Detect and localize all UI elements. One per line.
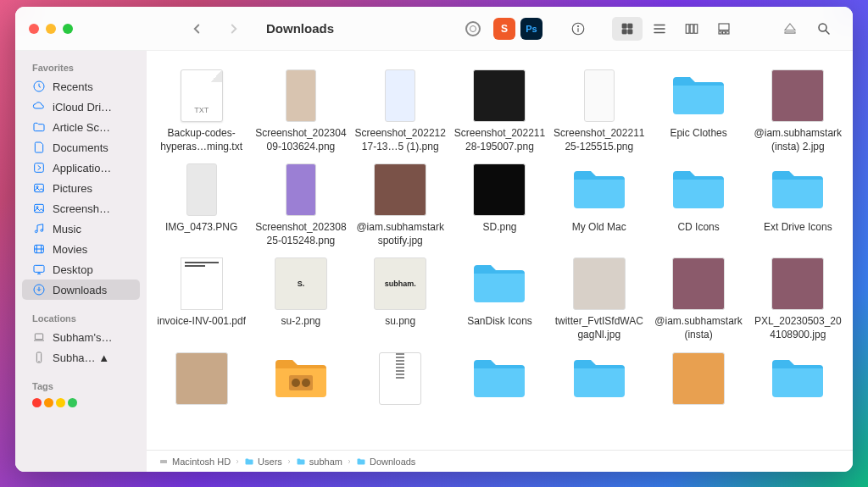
file-item[interactable]: PXL_20230503_204108900.jpg <box>750 254 846 343</box>
file-item[interactable] <box>153 349 249 412</box>
search-button[interactable] <box>809 17 839 41</box>
file-item[interactable]: S.su-2.png <box>253 254 348 343</box>
file-item[interactable] <box>551 349 647 412</box>
svg-rect-30 <box>160 460 167 463</box>
file-thumb <box>566 351 632 407</box>
file-name: Backup-codes-hyperas…ming.txt <box>155 127 248 153</box>
app-icon-photoshop[interactable]: Ps <box>520 18 542 40</box>
sidebar-item-articlesc[interactable]: Article Sc… <box>22 117 140 137</box>
path-bar: Macintosh HDUserssubhamDownloads <box>147 450 853 472</box>
sidebar-item-label: Applicatio… <box>53 162 111 174</box>
file-thumb: S. <box>268 256 334 312</box>
sidebar-item-label: Subham's… <box>53 331 112 344</box>
sidebar-item-applicatio[interactable]: Applicatio… <box>22 158 140 178</box>
svg-point-1 <box>577 25 579 27</box>
file-item[interactable]: @iam.subhamstark (insta) 2.jpg <box>750 66 846 155</box>
path-crumb[interactable]: Downloads <box>356 457 415 467</box>
file-thumb <box>665 256 732 312</box>
sidebar-heading-locations: Locations <box>15 308 147 327</box>
svg-rect-9 <box>719 24 729 30</box>
file-item[interactable]: invoice-INV-001.pdf <box>153 254 249 343</box>
file-item[interactable]: Screenshot_20230825-015248.png <box>253 160 348 249</box>
sidebar: Favorites RecentsiCloud Dri…Article Sc…D… <box>15 51 147 472</box>
path-crumb[interactable]: subham <box>296 457 342 467</box>
file-item[interactable]: CD Icons <box>650 160 746 249</box>
zoom-button[interactable] <box>63 24 73 34</box>
sidebar-item-label: iCloud Dri… <box>53 101 112 113</box>
svg-rect-3 <box>628 24 632 28</box>
file-item[interactable]: Screenshot_20221128-195007.png <box>452 66 548 155</box>
sidebar-item-label: Screensh… <box>53 202 110 215</box>
path-crumb[interactable]: Macintosh HD <box>159 457 231 467</box>
sidebar-item-pictures[interactable]: Pictures <box>22 178 140 198</box>
sidebar-item-label: Subha… ▲ <box>53 351 109 364</box>
info-button[interactable] <box>563 17 593 41</box>
sidebar-item-recents[interactable]: Recents <box>22 76 140 97</box>
eject-button[interactable] <box>775 17 805 41</box>
close-button[interactable] <box>29 24 39 34</box>
file-item[interactable]: Screenshot_20221125-125515.png <box>551 66 647 155</box>
forward-button[interactable] <box>219 17 249 41</box>
file-item[interactable]: twitter_FvtISfdWACgagNl.jpg <box>551 254 647 343</box>
sidebar-item-label: Recents <box>53 80 93 93</box>
file-thumb <box>566 68 632 124</box>
sidebar-item-music[interactable]: Music <box>22 219 140 239</box>
sidebar-location[interactable]: Subha… ▲ <box>22 347 140 368</box>
gallery-view-button[interactable] <box>709 17 739 41</box>
file-thumb <box>765 351 831 407</box>
file-name: SanDisk Icons <box>467 315 532 329</box>
file-item[interactable]: IMG_0473.PNG <box>153 160 249 249</box>
file-thumb <box>466 351 532 407</box>
file-name: Screenshot_20221217-13…5 (1).png <box>354 127 447 153</box>
file-item[interactable] <box>253 349 348 412</box>
svg-point-20 <box>35 230 37 233</box>
file-item[interactable] <box>452 349 548 412</box>
file-item[interactable] <box>650 349 746 412</box>
sidebar-item-screensh[interactable]: Screensh… <box>22 198 140 219</box>
sidebar-item-movies[interactable]: Movies <box>22 239 140 259</box>
sidebar-location[interactable]: Subham's… <box>22 327 140 347</box>
icon-view-button[interactable] <box>612 17 643 41</box>
sidebar-item-desktop[interactable]: Desktop <box>22 259 140 279</box>
sidebar-item-label: Music <box>53 223 81 235</box>
file-item[interactable]: Screenshot_20230409-103624.png <box>253 66 348 155</box>
sidebar-item-downloads[interactable]: Downloads <box>22 279 140 300</box>
app-icon-s[interactable]: S <box>493 18 515 40</box>
file-item[interactable]: SanDisk Icons <box>452 254 548 343</box>
svg-rect-16 <box>35 184 44 191</box>
file-item[interactable]: @iam.subhamstark (insta) <box>650 254 746 343</box>
svg-rect-23 <box>34 265 44 272</box>
sidebar-item-iclouddri[interactable]: iCloud Dri… <box>22 97 140 117</box>
file-item[interactable]: TXTBackup-codes-hyperas…ming.txt <box>153 66 249 155</box>
file-item[interactable]: @iam.subhamstark spotify.jpg <box>353 160 448 249</box>
file-item[interactable]: Screenshot_20221217-13…5 (1).png <box>353 66 448 155</box>
sidebar-item-label: Article Sc… <box>53 121 110 134</box>
file-item[interactable] <box>750 349 846 412</box>
list-view-button[interactable] <box>644 17 675 41</box>
column-view-button[interactable] <box>676 17 707 41</box>
file-name: su.png <box>385 315 415 329</box>
minimize-button[interactable] <box>46 24 56 34</box>
file-name: @iam.subhamstark spotify.jpg <box>354 221 447 247</box>
sidebar-item-documents[interactable]: Documents <box>22 137 140 158</box>
file-thumb <box>268 162 334 218</box>
svg-point-13 <box>819 24 826 31</box>
svg-rect-2 <box>622 24 626 28</box>
path-crumb[interactable]: Users <box>244 457 282 467</box>
file-item[interactable]: SD.png <box>452 160 548 249</box>
file-item[interactable]: subham.su.png <box>353 254 448 343</box>
svg-rect-7 <box>690 24 693 33</box>
file-item[interactable]: Ext Drive Icons <box>750 160 846 249</box>
svg-rect-6 <box>686 24 689 33</box>
file-item[interactable]: My Old Mac <box>551 160 647 249</box>
file-item[interactable]: Epic Clothes <box>650 66 746 155</box>
back-button[interactable] <box>181 17 212 41</box>
svg-rect-8 <box>694 24 698 33</box>
file-item[interactable] <box>353 349 448 412</box>
file-name: Ext Drive Icons <box>764 221 832 235</box>
sidebar-item-label: Desktop <box>53 263 93 276</box>
airdrop-icon[interactable] <box>458 17 488 41</box>
file-name: IMG_0473.PNG <box>165 221 237 235</box>
file-name: twitter_FvtISfdWACgagNl.jpg <box>553 315 645 341</box>
svg-rect-4 <box>622 29 626 33</box>
